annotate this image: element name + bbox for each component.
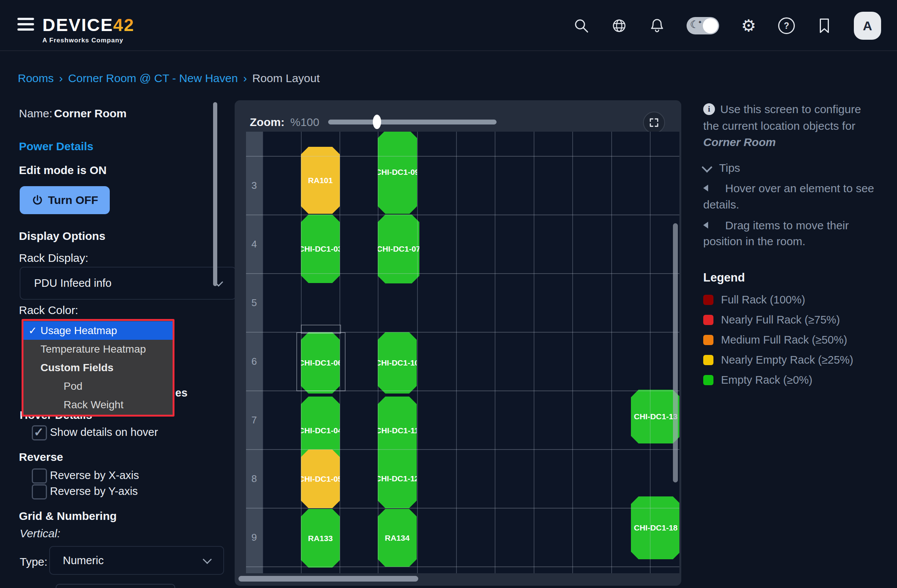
legend-label: Medium Full Rack (≥50%)	[721, 334, 847, 346]
legend-swatch	[703, 375, 713, 385]
menu-item-rack-weight[interactable]: Rack Weight	[23, 395, 173, 414]
grid-line-vertical	[572, 132, 573, 573]
room-grid: 3456789RA101CHI-DC1-09CHI-DC1-03CHI-DC1-…	[244, 132, 679, 573]
breadcrumb-item[interactable]: Rooms	[18, 72, 54, 85]
top-icon-row: ☾ ✦ ⚙ A	[573, 12, 881, 39]
menu-item-pod[interactable]: Pod	[23, 377, 173, 395]
menu-item-custom-fields[interactable]: Custom Fields	[23, 358, 173, 377]
brand-text: DEVICE	[42, 15, 113, 35]
top-nav-bar: DEVICE42 A Freshworks Company ☾ ✦ ⚙	[0, 0, 897, 50]
grid-line-horizontal	[246, 273, 679, 274]
row-number: 4	[246, 238, 262, 250]
help-icon[interactable]	[778, 17, 795, 34]
rack-CHI-DC1-03[interactable]: CHI-DC1-03	[301, 215, 340, 283]
tip-bullet-icon	[703, 185, 708, 191]
power-details-link[interactable]: Power Details	[19, 140, 93, 153]
partial-select-bottom[interactable]	[56, 584, 175, 588]
hidden-text-fragment: es	[175, 387, 187, 399]
rack-label: RA134	[385, 534, 410, 543]
grid-line-vertical	[262, 132, 263, 573]
grid-line-vertical	[534, 132, 534, 573]
tip2-line-1: Drag items to move their	[725, 219, 849, 232]
breadcrumb-item[interactable]: Corner Room @ CT - New Haven	[68, 72, 238, 85]
row-number: 9	[246, 532, 262, 543]
tips-collapse-chevron-icon[interactable]	[702, 162, 712, 173]
rack-CHI-DC1-12[interactable]: CHI-DC1-12	[378, 449, 417, 508]
tip1-line-2: details.	[703, 198, 739, 211]
grid-line-vertical	[378, 132, 378, 573]
legend-label: Full Rack (100%)	[721, 294, 805, 306]
zoom-slider-thumb[interactable]	[373, 115, 381, 129]
brand-accent-text: 42	[113, 15, 134, 35]
reverse-x-checkbox[interactable]	[32, 468, 47, 484]
menu-item-usage-heatmap[interactable]: Usage Heatmap	[23, 321, 173, 340]
grid-line-vertical	[495, 132, 495, 573]
rack-CHI-DC1-10[interactable]: CHI-DC1-10	[378, 332, 417, 394]
rack-CHI-DC1-13[interactable]: CHI-DC1-13	[631, 390, 679, 443]
legend-swatch	[703, 315, 713, 325]
rack-label: RA101	[308, 176, 333, 185]
grid-vertical-scrollbar[interactable]	[673, 223, 678, 482]
device42-logo[interactable]: DEVICE42 A Freshworks Company	[42, 14, 134, 44]
brand-tagline: A Freshworks Company	[42, 37, 134, 44]
bookmark-icon[interactable]	[816, 17, 833, 34]
chevron-down-icon	[202, 555, 212, 564]
info-line-1: Use this screen to configure	[720, 103, 861, 116]
show-details-checkbox[interactable]	[32, 425, 47, 440]
rack-label: CHI-DC1-18	[634, 523, 678, 532]
rack-RA133[interactable]: RA133	[301, 509, 340, 568]
tips-heading[interactable]: Tips	[719, 162, 740, 174]
row-number: 3	[246, 180, 262, 191]
rack-CHI-DC1-09[interactable]: CHI-DC1-09	[378, 132, 417, 214]
display-options-heading: Display Options	[19, 230, 105, 243]
reverse-y-checkbox[interactable]	[32, 484, 47, 499]
legend-item: Medium Full Rack (≥50%)	[703, 330, 892, 350]
rack-RA101[interactable]: RA101	[301, 147, 340, 214]
vertical-label: Vertical:	[20, 527, 60, 540]
rack-label: CHI-DC1-13	[634, 412, 678, 421]
theme-toggle[interactable]: ☾ ✦	[687, 17, 719, 34]
grid-line-vertical	[417, 132, 418, 573]
info-line-2: the current location objects for	[703, 120, 855, 132]
rack-CHI-DC1-18[interactable]: CHI-DC1-18	[631, 496, 679, 559]
hamburger-menu-icon[interactable]	[17, 18, 34, 33]
legend-heading: Legend	[703, 271, 745, 285]
rack-RA134[interactable]: RA134	[378, 509, 417, 567]
grid-numbering-heading: Grid & Numbering	[19, 510, 117, 523]
notifications-bell-icon[interactable]	[649, 17, 665, 34]
zoom-label: Zoom:	[250, 116, 285, 129]
reverse-y-label: Reverse by Y-axis	[50, 485, 138, 498]
legend-label: Nearly Empty Rack (≥25%)	[721, 354, 853, 366]
turn-off-button[interactable]: Turn OFF	[20, 186, 110, 214]
user-avatar[interactable]: A	[854, 12, 881, 40]
search-icon[interactable]	[573, 17, 590, 34]
type-label: Type:	[20, 555, 47, 568]
grid-line-horizontal	[246, 566, 679, 567]
rack-CHI-DC1-05[interactable]: CHI-DC1-05	[301, 450, 340, 508]
rack-display-select[interactable]: PDU Infeed info	[20, 267, 236, 300]
rack-label: RA133	[308, 534, 333, 543]
grid-horizontal-scrollbar[interactable]	[238, 576, 418, 582]
rack-color-menu: Usage HeatmapTemperature HeatmapCustom F…	[22, 319, 174, 417]
rack-label: CHI-DC1-04	[299, 426, 343, 435]
menu-item-temperature-heatmap[interactable]: Temperature Heatmap	[23, 340, 173, 358]
fullscreen-button[interactable]	[643, 112, 665, 134]
turn-off-label: Turn OFF	[48, 194, 98, 207]
vertical-type-select[interactable]: Numeric	[49, 546, 224, 575]
rack-label: CHI-DC1-05	[299, 474, 343, 484]
globe-icon[interactable]	[611, 17, 628, 34]
sparkle-icon: ✦	[698, 19, 702, 25]
info-icon	[703, 103, 715, 115]
grid-line-horizontal	[246, 508, 679, 509]
breadcrumb-separator: ›	[59, 72, 63, 85]
row-number: 5	[246, 297, 262, 309]
tip-bullet-icon	[703, 222, 708, 229]
grid-line-horizontal	[246, 156, 679, 157]
sidebar-scrollbar[interactable]	[213, 102, 217, 286]
settings-gear-icon[interactable]: ⚙	[740, 17, 757, 34]
reverse-heading: Reverse	[19, 451, 63, 464]
tip1-line-1: Hover over an element to see	[725, 182, 874, 195]
zoom-slider-track[interactable]	[328, 120, 497, 124]
power-icon	[31, 194, 44, 206]
legend-item: Full Rack (100%)	[703, 290, 892, 310]
